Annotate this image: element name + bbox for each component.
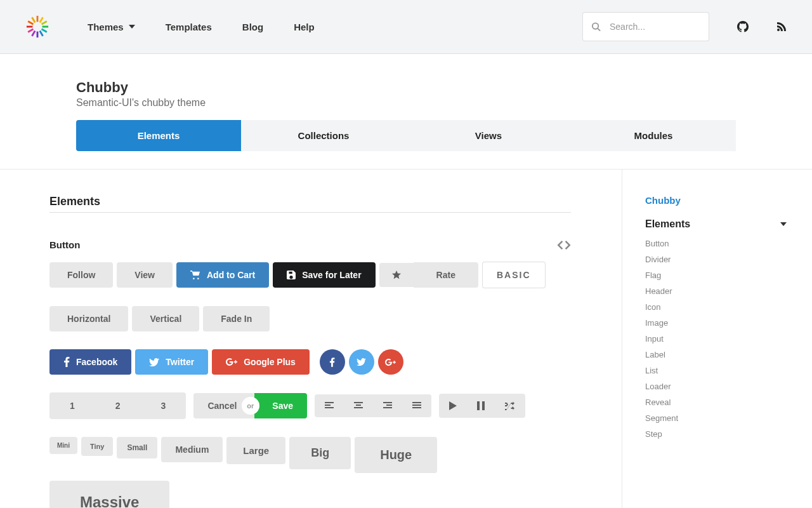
rss-icon[interactable]: [776, 22, 787, 32]
nav-items: Themes Templates Blog Help: [88, 22, 315, 32]
save-for-later-button[interactable]: Save for Later: [273, 262, 375, 288]
nav-templates[interactable]: Templates: [166, 22, 212, 32]
three-button[interactable]: 3: [141, 392, 187, 419]
top-nav: Themes Templates Blog Help: [0, 0, 812, 54]
large-button[interactable]: Large: [226, 437, 285, 464]
svg-rect-6: [37, 32, 39, 38]
facebook-button[interactable]: Facebook: [49, 349, 131, 375]
follow-button[interactable]: Follow: [49, 262, 113, 288]
align-center-icon: [354, 402, 363, 410]
svg-rect-2: [41, 20, 48, 25]
tab-collections[interactable]: Collections: [241, 120, 406, 151]
logo[interactable]: [25, 15, 49, 39]
button-subsection-header: Button: [49, 239, 571, 250]
huge-button[interactable]: Huge: [355, 437, 437, 473]
medium-button[interactable]: Medium: [161, 437, 223, 462]
main-content: Elements Button Follow View Add to Cart …: [0, 170, 622, 508]
svg-rect-3: [43, 26, 49, 28]
horizontal-button[interactable]: Horizontal: [49, 306, 128, 331]
align-group: [315, 394, 431, 417]
sidebar-item-step[interactable]: Step: [645, 429, 787, 439]
align-right-button[interactable]: [373, 394, 402, 417]
sidebar-item-divider[interactable]: Divider: [645, 255, 787, 264]
save-button[interactable]: Save: [254, 393, 307, 418]
svg-rect-9: [27, 26, 33, 28]
page-tabs: Elements Collections Views Modules: [76, 120, 736, 151]
button-row-groups: 1 2 3 Cancel or Save: [49, 392, 571, 419]
sidebar-item-reveal[interactable]: Reveal: [645, 398, 787, 407]
basic-button[interactable]: BASIC: [482, 262, 546, 288]
rate-button[interactable]: Rate: [414, 262, 478, 288]
vertical-button[interactable]: Vertical: [132, 306, 199, 331]
align-left-button[interactable]: [315, 394, 344, 417]
caret-down-icon: [780, 222, 787, 226]
nav-help[interactable]: Help: [294, 22, 315, 32]
sidebar-item-button[interactable]: Button: [645, 239, 787, 248]
big-button[interactable]: Big: [289, 437, 351, 469]
google-plus-button[interactable]: Google Plus: [212, 349, 310, 375]
shuffle-button[interactable]: [495, 394, 525, 418]
align-justify-button[interactable]: [402, 394, 431, 417]
sidebar-item-image[interactable]: Image: [645, 318, 787, 328]
button-row-1: Follow View Add to Cart Save for Later R…: [49, 262, 571, 288]
massive-button[interactable]: Massive: [49, 481, 169, 508]
tiny-button[interactable]: Tiny: [81, 437, 113, 456]
sidebar-item-header[interactable]: Header: [645, 286, 787, 296]
sidebar-item-list[interactable]: List: [645, 366, 787, 375]
svg-rect-7: [31, 30, 36, 37]
sidebar-item-icon[interactable]: Icon: [645, 302, 787, 312]
google-plus-circle-button[interactable]: [378, 349, 403, 375]
align-center-button[interactable]: [344, 394, 373, 417]
tab-modules[interactable]: Modules: [571, 120, 736, 151]
sidebar-item-flag[interactable]: Flag: [645, 271, 787, 280]
fade-in-button[interactable]: Fade In: [203, 306, 270, 331]
add-to-cart-button[interactable]: Add to Cart: [176, 262, 269, 288]
nav-themes[interactable]: Themes: [88, 22, 135, 32]
facebook-circle-button[interactable]: [320, 349, 345, 375]
button-row-2: Horizontal Vertical Fade In: [49, 306, 571, 331]
svg-point-14: [777, 29, 780, 31]
sidebar-section-header[interactable]: Elements: [645, 218, 787, 230]
rate-star-button[interactable]: [379, 263, 414, 287]
twitter-icon: [149, 358, 159, 366]
one-button[interactable]: 1: [49, 392, 95, 419]
button-heading: Button: [49, 239, 80, 250]
number-group: 1 2 3: [49, 392, 186, 419]
twitter-button[interactable]: Twitter: [135, 349, 208, 375]
two-button[interactable]: 2: [95, 392, 141, 419]
view-button[interactable]: View: [117, 262, 173, 288]
content-wrap: Elements Button Follow View Add to Cart …: [0, 169, 812, 508]
sidebar-list: Button Divider Flag Header Icon Image In…: [645, 239, 787, 439]
star-icon: [392, 271, 401, 279]
svg-rect-11: [31, 17, 36, 23]
cancel-save-group: Cancel or Save: [193, 393, 307, 418]
sidebar-section-label: Elements: [645, 218, 690, 230]
right-sidebar: Chubby Elements Button Divider Flag Head…: [622, 170, 812, 508]
search-box: [582, 12, 709, 41]
github-icon[interactable]: [737, 21, 749, 32]
svg-line-13: [598, 29, 600, 31]
pause-icon: [477, 401, 485, 410]
small-button[interactable]: Small: [117, 437, 157, 458]
svg-rect-0: [37, 16, 39, 22]
tab-elements[interactable]: Elements: [76, 120, 241, 151]
code-icon[interactable]: [557, 241, 571, 250]
sidebar-breadcrumb[interactable]: Chubby: [645, 195, 787, 206]
sidebar-item-segment[interactable]: Segment: [645, 413, 787, 423]
mini-button[interactable]: Mini: [49, 437, 77, 454]
nav-blog[interactable]: Blog: [242, 22, 263, 32]
sidebar-item-loader[interactable]: Loader: [645, 382, 787, 391]
play-button[interactable]: [439, 394, 467, 418]
align-right-icon: [383, 402, 392, 410]
pause-button[interactable]: [467, 394, 495, 418]
sidebar-item-label[interactable]: Label: [645, 350, 787, 359]
search-input[interactable]: [582, 12, 709, 41]
twitter-circle-button[interactable]: [349, 349, 374, 375]
align-justify-icon: [412, 402, 421, 410]
twitter-icon: [357, 358, 366, 366]
top-nav-right: [582, 12, 787, 41]
shuffle-icon: [505, 401, 515, 410]
sidebar-item-input[interactable]: Input: [645, 334, 787, 344]
tab-views[interactable]: Views: [406, 120, 571, 151]
or-divider: or: [242, 398, 259, 414]
